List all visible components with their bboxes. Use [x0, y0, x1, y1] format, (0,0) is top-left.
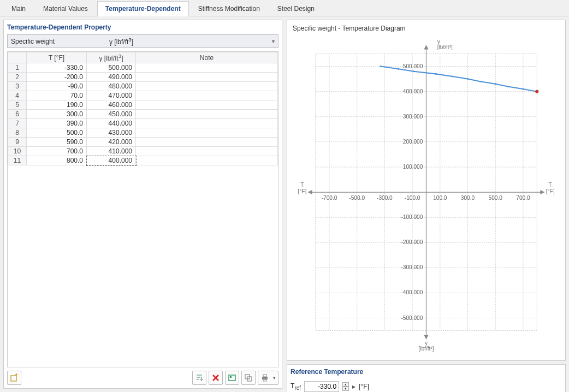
- table-row[interactable]: 6300.0450.000: [8, 110, 278, 119]
- svg-text:-500.000: -500.000: [401, 315, 423, 321]
- svg-point-59: [380, 66, 381, 67]
- cell-temperature[interactable]: 390.0: [27, 119, 87, 128]
- row-number: 9: [8, 138, 27, 147]
- col-gamma: γ [lbf/ft3]: [87, 52, 136, 63]
- cell-temperature[interactable]: 190.0: [27, 100, 87, 110]
- property-dropdown[interactable]: Specific weight γ [lbf/ft3] ▾: [7, 34, 278, 48]
- table-row[interactable]: 3-90.0480.000: [8, 82, 278, 91]
- cell-note[interactable]: [136, 110, 278, 119]
- svg-point-66: [495, 83, 496, 85]
- svg-text:-700.0: -700.0: [322, 195, 337, 201]
- svg-text:200.000: 200.000: [403, 139, 423, 145]
- table-row[interactable]: 5190.0460.000: [8, 100, 278, 110]
- cell-note[interactable]: [136, 73, 278, 82]
- table-row[interactable]: 8500.0430.000: [8, 128, 278, 138]
- svg-point-68: [522, 88, 524, 90]
- svg-marker-47: [540, 190, 544, 194]
- svg-text:100.000: 100.000: [403, 164, 423, 170]
- tab-material-values[interactable]: Material Values: [35, 1, 96, 16]
- cell-gamma[interactable]: 400.000: [87, 156, 136, 165]
- reftemp-step-button[interactable]: ▸: [352, 383, 355, 390]
- delete-button[interactable]: [209, 371, 223, 385]
- cell-gamma[interactable]: 470.000: [87, 91, 136, 100]
- cell-temperature[interactable]: 590.0: [27, 138, 87, 147]
- tab-stiffness-modification[interactable]: Stiffness Modification: [190, 1, 268, 16]
- svg-point-67: [507, 86, 509, 87]
- property-value: γ [lbf/ft3]: [109, 37, 272, 46]
- export-button[interactable]: [225, 371, 239, 385]
- cell-note[interactable]: [136, 100, 278, 110]
- svg-rect-7: [263, 379, 266, 381]
- cell-gamma[interactable]: 480.000: [87, 82, 136, 91]
- data-table[interactable]: T [°F] γ [lbf/ft3] Note 1-330.0500.0002-…: [8, 52, 278, 165]
- svg-point-65: [479, 81, 481, 82]
- chart-svg: -700.0-500.0-300.0-100.0100.0300.0500.07…: [291, 34, 562, 355]
- svg-text:[°F]: [°F]: [546, 188, 555, 194]
- cell-temperature[interactable]: 700.0: [27, 147, 87, 156]
- svg-text:300.0: 300.0: [461, 195, 475, 201]
- cell-temperature[interactable]: 70.0: [27, 91, 87, 100]
- cell-note[interactable]: [136, 91, 278, 100]
- cell-note[interactable]: [136, 128, 278, 138]
- row-number: 8: [8, 128, 27, 138]
- table-row[interactable]: 11800.0400.000: [8, 156, 278, 165]
- cell-note[interactable]: [136, 138, 278, 147]
- cell-gamma[interactable]: 430.000: [87, 128, 136, 138]
- tab-main[interactable]: Main: [3, 1, 34, 16]
- svg-text:[lbf/ft³]: [lbf/ft³]: [418, 346, 434, 352]
- cell-note[interactable]: [136, 156, 278, 165]
- cell-temperature[interactable]: -330.0: [27, 63, 87, 73]
- cell-gamma[interactable]: 450.000: [87, 110, 136, 119]
- svg-marker-50: [424, 335, 428, 340]
- svg-text:500.000: 500.000: [403, 63, 423, 69]
- svg-text:500.0: 500.0: [489, 195, 503, 201]
- cell-gamma[interactable]: 460.000: [87, 100, 136, 110]
- row-number: 11: [8, 156, 27, 165]
- reftemp-spin-up[interactable]: ▴: [342, 382, 349, 387]
- table-row[interactable]: 7390.0440.000: [8, 119, 278, 128]
- chevron-down-icon: ▾: [273, 375, 276, 381]
- table-row[interactable]: 10700.0410.000: [8, 147, 278, 156]
- tab-steel-design[interactable]: Steel Design: [269, 1, 323, 16]
- cell-gamma[interactable]: 440.000: [87, 119, 136, 128]
- tab-temperature-dependent[interactable]: Temperature-Dependent: [97, 1, 189, 16]
- reftemp-label: Tref: [291, 382, 301, 391]
- svg-rect-6: [263, 375, 266, 377]
- cell-temperature[interactable]: 300.0: [27, 110, 87, 119]
- sort-button[interactable]: [192, 371, 206, 385]
- row-number: 1: [8, 63, 27, 73]
- cell-gamma[interactable]: 490.000: [87, 73, 136, 82]
- svg-point-70: [535, 90, 538, 93]
- chart-title: Specific weight - Temperature Diagram: [293, 25, 562, 32]
- svg-text:-500.0: -500.0: [349, 195, 365, 201]
- reftemp-input[interactable]: [304, 381, 339, 392]
- copy-button[interactable]: [241, 371, 256, 385]
- svg-text:100.0: 100.0: [433, 195, 447, 201]
- table-row[interactable]: 9590.0420.000: [8, 138, 278, 147]
- row-number: 3: [8, 82, 27, 91]
- cell-note[interactable]: [136, 119, 278, 128]
- col-rownum: [8, 52, 27, 63]
- cell-gamma[interactable]: 410.000: [87, 147, 136, 156]
- cell-note[interactable]: [136, 63, 278, 73]
- svg-text:400.000: 400.000: [403, 88, 423, 94]
- svg-rect-5: [262, 377, 268, 379]
- table-row[interactable]: 470.0470.000: [8, 91, 278, 100]
- svg-point-62: [435, 73, 437, 75]
- chevron-down-icon: ▾: [272, 38, 275, 44]
- cell-note[interactable]: [136, 82, 278, 91]
- table-row[interactable]: 1-330.0500.000: [8, 63, 278, 73]
- cell-temperature[interactable]: 800.0: [27, 156, 87, 165]
- cell-gamma[interactable]: 420.000: [87, 138, 136, 147]
- new-row-button[interactable]: [7, 371, 21, 385]
- svg-text:-200.000: -200.000: [401, 239, 423, 245]
- svg-text:-100.0: -100.0: [405, 195, 420, 201]
- print-button[interactable]: ▾: [258, 371, 278, 385]
- cell-gamma[interactable]: 500.000: [87, 63, 136, 73]
- reftemp-spin-down[interactable]: ▾: [342, 387, 349, 391]
- table-row[interactable]: 2-200.0490.000: [8, 73, 278, 82]
- cell-note[interactable]: [136, 147, 278, 156]
- cell-temperature[interactable]: -200.0: [27, 73, 87, 82]
- cell-temperature[interactable]: 500.0: [27, 128, 87, 138]
- cell-temperature[interactable]: -90.0: [27, 82, 87, 91]
